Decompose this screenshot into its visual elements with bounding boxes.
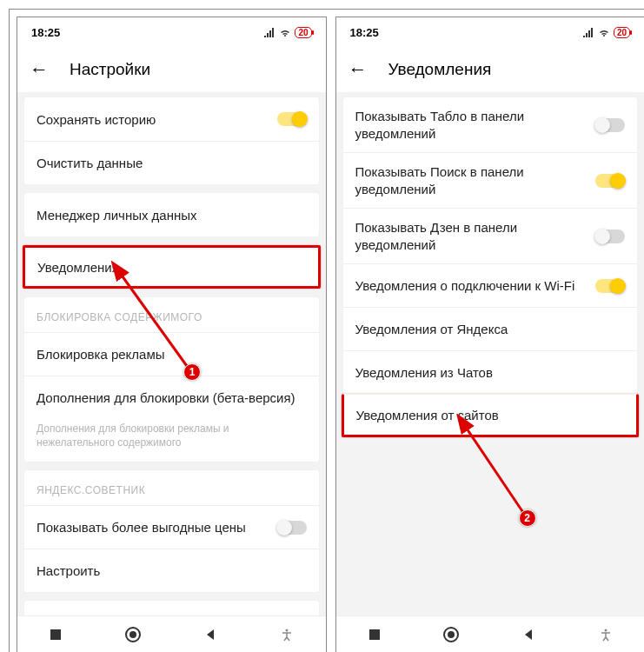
svg-point-3	[286, 629, 289, 631]
battery-icon: 20	[295, 27, 311, 38]
battery-icon: 20	[614, 27, 630, 38]
toggle-wifi[interactable]	[595, 279, 625, 293]
status-icons: 20	[263, 27, 311, 38]
back-button[interactable]: ←	[30, 60, 49, 79]
wifi-icon	[279, 27, 291, 37]
signal-icon	[263, 27, 276, 37]
annotation-marker-1: 1	[183, 363, 201, 381]
toggle-zen[interactable]	[595, 230, 625, 243]
row-tablo[interactable]: Показывать Табло в панели уведомлений	[343, 97, 638, 152]
svg-point-7	[448, 631, 455, 638]
annotation-arrow-1	[104, 261, 200, 383]
section-advisor: ЯНДЕКС.СОВЕТНИК	[24, 470, 319, 505]
status-icons: 20	[582, 27, 630, 38]
nav-back[interactable]	[193, 617, 228, 652]
page-title: Уведомления	[388, 60, 492, 79]
content: Показывать Табло в панели уведомлений По…	[336, 92, 645, 615]
row-chats-notif[interactable]: Уведомления из Чатов	[343, 350, 638, 394]
row-zen[interactable]: Показывать Дзен в панели уведомлений	[343, 208, 638, 263]
svg-rect-0	[50, 629, 61, 640]
nav-home[interactable]	[116, 617, 150, 652]
row-yandex-notif[interactable]: Уведомления от Яндекса	[343, 307, 638, 350]
header: ← Уведомления	[336, 47, 645, 92]
header: ← Настройки	[17, 47, 326, 92]
signal-icon	[582, 27, 594, 37]
nav-recent[interactable]	[357, 617, 392, 652]
svg-point-2	[129, 631, 136, 638]
annotation-marker-2: 2	[519, 509, 536, 527]
row-search[interactable]: Показывать Поиск в панели уведомлений	[343, 152, 638, 208]
nav-bar	[336, 615, 645, 652]
page-title: Настройки	[70, 60, 150, 79]
row-show-prices[interactable]: Показывать более выгодные цены	[24, 505, 319, 549]
status-bar: 18:25 20	[336, 17, 645, 47]
toggle-show-prices[interactable]	[277, 521, 307, 535]
section-feeds: ПЕРСОНАЛЬНЫЕ ЛЕНТЫ	[24, 601, 319, 615]
toggle-tablo[interactable]	[595, 118, 625, 132]
hint-addons: Дополнения для блокировки рекламы и неже…	[24, 419, 319, 462]
row-wifi[interactable]: Уведомления о подключении к Wi-Fi	[343, 263, 638, 307]
toggle-save-history[interactable]	[277, 112, 307, 126]
back-button[interactable]: ←	[349, 60, 368, 79]
wifi-icon	[598, 27, 610, 37]
phone-right: 18:25 20 ← Уведомления Показывать Табло …	[335, 17, 645, 652]
svg-line-9	[465, 426, 526, 516]
nav-accessibility[interactable]	[588, 617, 623, 652]
status-bar: 18:25 20	[17, 17, 326, 47]
nav-accessibility[interactable]	[269, 617, 304, 652]
svg-rect-5	[369, 629, 380, 640]
row-clear-data[interactable]: Очистить данные	[24, 141, 319, 184]
row-configure[interactable]: Настроить	[24, 549, 319, 592]
status-time: 18:25	[31, 26, 60, 39]
nav-bar	[17, 615, 326, 652]
status-time: 18:25	[350, 26, 379, 39]
comparison-container: 18:25 20 ← Настройки Сохранять историю О…	[9, 9, 644, 652]
svg-line-4	[120, 273, 191, 372]
nav-recent[interactable]	[38, 617, 73, 652]
phone-left: 18:25 20 ← Настройки Сохранять историю О…	[17, 17, 327, 652]
nav-back[interactable]	[511, 617, 546, 652]
toggle-search[interactable]	[595, 174, 625, 188]
nav-home[interactable]	[434, 617, 468, 652]
row-pd-manager[interactable]: Менеджер личных данных	[24, 193, 319, 236]
row-save-history[interactable]: Сохранять историю	[24, 97, 319, 141]
svg-point-8	[604, 629, 607, 631]
